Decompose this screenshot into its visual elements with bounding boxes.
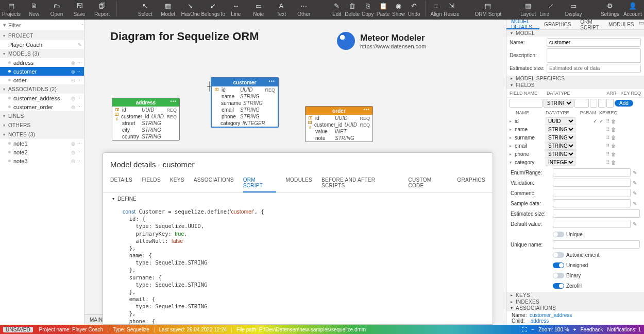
right-tab-model-details[interactable]: MODEL DETAILS (506, 20, 539, 29)
field-row-id[interactable]: ▸idUUID✓✓⠿🗑 (510, 117, 641, 125)
zoom-in-icon[interactable]: + (573, 327, 577, 332)
entity-field-row[interactable]: categoryINTEGER (212, 120, 278, 127)
visibility-icon[interactable]: ◎ (71, 96, 75, 101)
validation-input[interactable] (553, 179, 631, 187)
move-icon[interactable]: ⠿ (604, 135, 611, 140)
field-row-surname[interactable]: ▸surnameSTRING⠿🗑 (510, 133, 641, 142)
field-datatype-select[interactable]: UUID (546, 117, 575, 125)
section-models[interactable]: ▾MODELS (3) (0, 49, 84, 58)
tb-new-button[interactable]: 🗎New (23, 0, 45, 19)
tb-paste-button[interactable]: 📋Paste (376, 0, 391, 19)
assoc-name-link[interactable]: customer_address (530, 312, 572, 318)
delete-icon[interactable]: 🗑 (611, 143, 617, 149)
input-model-est[interactable] (547, 64, 641, 73)
fit-icon[interactable]: ⛶ (522, 327, 527, 332)
est-input[interactable] (553, 209, 640, 218)
entity-field-row[interactable]: ⚿⚷customer_idUUIDREQ (306, 121, 372, 128)
sidebar-item-customer_order[interactable]: customer_order◎⋯ (0, 102, 84, 111)
right-tab-orm-script[interactable]: ORM SCRIPT (575, 20, 604, 29)
add-field-button[interactable]: Add (615, 100, 633, 107)
section-associations[interactable]: ▾ASSOCIATIONS (2) (0, 84, 84, 94)
entity-field-row[interactable]: streetSTRING (112, 120, 179, 127)
entity-field-row[interactable]: valueINET (306, 128, 372, 135)
tb-line-button[interactable]: ↔Line (225, 0, 247, 19)
tb-select-button[interactable]: ↖Select (134, 0, 157, 19)
tab-modules[interactable]: MODULES (285, 174, 312, 192)
sidebar-item-customer_address[interactable]: customer_address◎⋯ (0, 94, 84, 102)
entity-field-row[interactable]: ⚿idUUIDREQ (112, 107, 179, 113)
tb-settings-button[interactable]: ⚙Settings (599, 0, 621, 19)
sidebar-item-note2[interactable]: note2◎⋯ (0, 148, 84, 156)
tb-hasone-button[interactable]: ↘HasOne (179, 0, 202, 19)
visibility-icon[interactable]: ◎ (71, 69, 75, 74)
sidebar-item-customer[interactable]: customer◎⋯ (0, 67, 84, 76)
delete-icon[interactable]: 🗑 (611, 160, 617, 165)
tb-delete-button[interactable]: 🗑Delete (345, 0, 360, 19)
new-field-key[interactable] (598, 99, 605, 108)
section-project[interactable]: ▾PROJECT (0, 31, 84, 40)
new-field-arr[interactable] (590, 99, 597, 108)
move-icon[interactable]: ⠿ (604, 118, 611, 124)
entity-field-row[interactable]: citySTRING (112, 127, 179, 133)
tb-belongsto-button[interactable]: ↙BelongsTo (202, 0, 225, 19)
more-icon[interactable]: ⋯ (77, 150, 82, 155)
tb-align-button[interactable]: ≡Align (429, 0, 444, 19)
orm-script-code[interactable]: const Customer = sequelize.define('custo… (103, 205, 493, 325)
entity-field-row[interactable]: emailSTRING (212, 107, 278, 113)
tb-open-button[interactable]: 🗁Open (45, 0, 68, 19)
comment-input[interactable] (553, 189, 631, 197)
field-row-name[interactable]: ▸nameSTRING⠿🗑 (510, 125, 641, 133)
tb-edit-button[interactable]: ✎Edit (329, 0, 345, 19)
entity-field-row[interactable]: ⚿idUUIDREQ (306, 115, 372, 121)
tab-keys[interactable]: KEYS (170, 174, 184, 192)
more-icon[interactable]: ⋯ (77, 96, 82, 101)
expand-all-icon[interactable]: ▾ (3, 22, 6, 28)
section-others[interactable]: ▾OTHERS (0, 120, 84, 130)
visibility-icon[interactable]: ◎ (71, 60, 75, 65)
new-field-param-input[interactable] (574, 99, 589, 108)
visibility-icon[interactable]: ◎ (71, 159, 75, 164)
edit-icon[interactable]: ✎ (633, 201, 640, 206)
tab-graphics[interactable]: GRAPHICS (457, 174, 485, 192)
more-icon[interactable]: ⋯ (77, 141, 82, 146)
move-icon[interactable]: ⠿ (604, 160, 611, 165)
move-icon[interactable]: ⠿ (604, 151, 611, 157)
visibility-icon[interactable]: ◎ (71, 104, 75, 110)
project-item[interactable]: Player Coach✎ (0, 40, 84, 49)
entity-order[interactable]: order••• ⚿idUUIDREQ⚿⚷customer_idUUIDREQv… (305, 106, 373, 142)
tab-details[interactable]: DETAILS (110, 174, 132, 192)
section-indexes[interactable]: ▸INDEXES (506, 298, 644, 305)
autoinc-toggle[interactable] (553, 252, 564, 258)
entity-field-row[interactable]: surnameSTRING (212, 100, 278, 107)
sidebar-item-address[interactable]: address◎⋯ (0, 58, 84, 67)
input-model-desc[interactable] (547, 48, 641, 63)
entity-field-row[interactable]: ⚿idUUIDREQ (212, 86, 278, 93)
sidebar-item-note3[interactable]: note3◎⋯ (0, 156, 84, 165)
sample-input[interactable] (553, 199, 631, 207)
tb-ormscript-button[interactable]: ▤ORM Script (473, 0, 503, 19)
more-icon[interactable]: ⋯ (77, 60, 82, 65)
unsigned-toggle[interactable] (553, 262, 564, 268)
delete-icon[interactable]: 🗑 (611, 127, 617, 132)
move-icon[interactable]: ⠿ (604, 127, 611, 132)
edit-icon[interactable]: ✎ (78, 42, 82, 47)
field-row-phone[interactable]: ▸phoneSTRING⠿🗑 (510, 150, 641, 158)
entity-menu-icon[interactable]: ••• (364, 107, 370, 112)
tab-fields[interactable]: FIELDS (142, 174, 161, 192)
visibility-icon[interactable]: ◎ (71, 150, 75, 155)
input-model-name[interactable] (547, 38, 641, 47)
new-field-type-select[interactable]: STRING (544, 99, 573, 108)
tb-other-button[interactable]: ⋯Other (293, 0, 315, 19)
section-model[interactable]: ▾MODEL (506, 30, 644, 37)
field-datatype-select[interactable]: STRING (546, 126, 575, 133)
uniquename-input[interactable] (553, 240, 640, 249)
new-field-name-input[interactable] (510, 99, 543, 108)
zoom-out-icon[interactable]: − (531, 327, 534, 332)
new-field-req[interactable] (606, 99, 614, 108)
unique-toggle[interactable] (553, 232, 564, 237)
entity-menu-icon[interactable]: ••• (269, 79, 275, 84)
tb-report-button[interactable]: 🗐Report (91, 0, 113, 19)
sidebar-item-order[interactable]: order◎⋯ (0, 76, 84, 84)
field-datatype-select[interactable]: STRING (546, 142, 575, 150)
tb-model-button[interactable]: ▦Model (157, 0, 179, 19)
